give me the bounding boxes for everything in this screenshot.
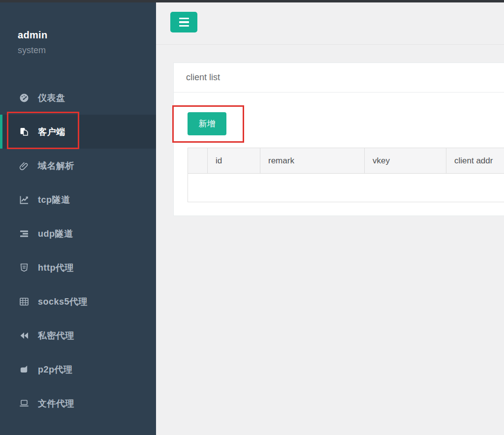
sidebar-item-backward[interactable]: 私密代理 [0, 318, 156, 352]
panel-title: client list [186, 72, 220, 83]
sidebar-item-label: udp隧道 [38, 228, 73, 240]
sidebar-item-label: http代理 [38, 262, 74, 274]
sidebar-item-dashboard[interactable]: 仪表盘 [0, 81, 156, 115]
hamburger-icon [179, 18, 189, 27]
user-name: admin [18, 30, 156, 41]
dashboard-icon [19, 93, 30, 103]
paperclip-icon [19, 160, 30, 171]
empty-table-row [188, 174, 504, 202]
shield-icon [19, 262, 30, 273]
empty-table-cell [188, 174, 504, 202]
bars-icon [19, 228, 30, 239]
top-bar [0, 0, 504, 2]
sidebar-item-label: tcp隧道 [38, 194, 70, 206]
sidebar-item-label: 仪表盘 [38, 92, 65, 104]
sidebar-item-laptop[interactable]: 文件代理 [0, 386, 156, 420]
sidebar-item-label: 文件代理 [38, 398, 74, 409]
column-header-remark: remark [260, 148, 365, 174]
table-icon [19, 296, 30, 307]
client-table: idremarkvkeyclient addr [188, 148, 504, 202]
backward-icon [19, 330, 30, 341]
column-header-vkey: vkey [365, 148, 446, 174]
annotation-box-add-button [172, 105, 244, 143]
sidebar-item-label: 域名解析 [38, 160, 74, 172]
p2p-icon [19, 364, 30, 375]
sidebar-item-label: socks5代理 [38, 296, 88, 308]
column-header-client-addr: client addr [446, 148, 504, 174]
sidebar-item-table[interactable]: socks5代理 [0, 284, 156, 318]
sidebar-item-label: p2p代理 [38, 364, 73, 375]
sidebar-item-p2p[interactable]: p2p代理 [0, 352, 156, 386]
sidebar-item-shield[interactable]: http代理 [0, 250, 156, 284]
table-header-row: idremarkvkeyclient addr [188, 148, 504, 174]
sidebar: admin system 仪表盘客户端域名解析tcp隧道udp隧道http代理s… [0, 2, 156, 435]
main-content: client list 新增 idremarkvkeyclient addr [156, 2, 504, 435]
sidebar-item-paperclip[interactable]: 域名解析 [0, 149, 156, 183]
sidebar-item-line-chart[interactable]: tcp隧道 [0, 183, 156, 217]
user-block: admin system [0, 2, 156, 56]
main-header [156, 2, 504, 45]
menu-toggle-button[interactable] [170, 12, 197, 32]
sidebar-item-bars[interactable]: udp隧道 [0, 217, 156, 250]
annotation-box-client-menu [7, 112, 79, 149]
column-header-blank [188, 148, 208, 174]
laptop-icon [19, 398, 30, 409]
user-role: system [18, 45, 156, 56]
line-chart-icon [19, 194, 30, 205]
column-header-id: id [208, 148, 260, 174]
panel-header: client list [174, 63, 504, 93]
sidebar-item-label: 私密代理 [38, 330, 74, 342]
